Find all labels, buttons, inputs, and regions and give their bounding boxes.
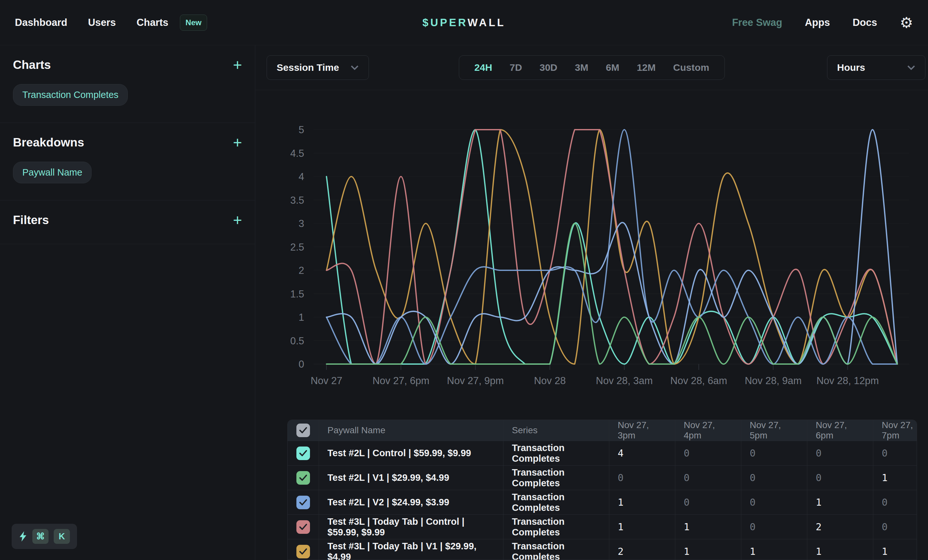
value-cell: 1: [873, 539, 917, 560]
value-cell: 1: [609, 515, 675, 539]
value-cell: 1: [741, 539, 807, 560]
range-tab-12m[interactable]: 12M: [628, 62, 664, 73]
sidebar-section-filters: Filters +: [0, 201, 255, 244]
col-header-hour: Nov 27, 4pm: [675, 420, 741, 441]
value-cell: 0: [675, 490, 741, 514]
time-range-tabs: 24H7D30D3M6M12MCustom: [459, 55, 725, 80]
unit-select[interactable]: Hours: [827, 55, 925, 80]
checkbox-cell: [288, 466, 319, 490]
paywall-name-cell: Test #3L | Today Tab | Control | $59.99,…: [319, 515, 504, 539]
x-axis-label: Nov 28, 3am: [596, 375, 653, 387]
chart-controls-row: Session Time 24H7D30D3M6M12MCustom Hours: [256, 45, 928, 90]
section-title: Filters: [13, 213, 49, 227]
line-chart: 00.511.522.533.544.55Nov 27Nov 27, 6pmNo…: [256, 97, 928, 391]
range-tab-24h[interactable]: 24H: [466, 62, 501, 73]
checkbox-cell: [288, 539, 319, 560]
range-tab-custom[interactable]: Custom: [664, 62, 718, 73]
row-checkbox[interactable]: [296, 520, 310, 534]
chevron-down-icon: [350, 65, 359, 70]
col-header-hour: Nov 27, 7pm: [873, 420, 917, 441]
value-cell: 0: [873, 441, 917, 465]
row-checkbox[interactable]: [296, 545, 310, 558]
range-tab-30d[interactable]: 30D: [531, 62, 566, 73]
checkbox-cell: [288, 490, 319, 514]
top-nav: Dashboard Users Charts New $UPERWALL Fre…: [0, 0, 928, 45]
nav-item-apps[interactable]: Apps: [805, 17, 830, 29]
row-checkbox[interactable]: [296, 496, 310, 509]
nav-item-users[interactable]: Users: [88, 17, 116, 29]
checkbox-cell: [288, 441, 319, 465]
settings-gear-icon[interactable]: ⚙: [900, 15, 913, 30]
col-header-hour: Nov 27, 3pm: [609, 420, 675, 441]
value-cell: 1: [675, 515, 741, 539]
table-row: Test #2L | V1 | $29.99, $4.99Transaction…: [288, 465, 917, 490]
paywall-name-cell: Test #2L | V2 | $24.99, $3.99: [319, 490, 504, 514]
series-cell: Transaction Completes: [504, 515, 609, 539]
x-axis-label: Nov 28, 12pm: [817, 375, 879, 387]
value-cell: 0: [609, 466, 675, 490]
nav-item-docs[interactable]: Docs: [853, 17, 877, 29]
add-filters-button[interactable]: +: [233, 215, 242, 226]
x-axis-label: Nov 28, 6am: [670, 375, 727, 387]
charts-new-badge: New: [180, 15, 207, 31]
chip-paywall-name[interactable]: Paywall Name: [13, 162, 92, 183]
value-cell: 1: [609, 490, 675, 514]
value-cell: 1: [675, 539, 741, 560]
section-title: Charts: [13, 58, 51, 72]
nav-item-free-swag[interactable]: Free Swag: [732, 17, 782, 29]
row-checkbox[interactable]: [296, 446, 310, 460]
table-row: Test #2L | Control | $59.99, $9.99Transa…: [288, 441, 917, 465]
checkmark-icon: [299, 523, 307, 531]
value-cell: 2: [609, 539, 675, 560]
select-all-checkbox[interactable]: [296, 423, 310, 437]
range-tab-6m[interactable]: 6M: [597, 62, 628, 73]
checkmark-icon: [299, 427, 307, 434]
sidebar-section-breakdowns: Breakdowns + Paywall Name: [0, 123, 255, 201]
range-tab-3m[interactable]: 3M: [566, 62, 597, 73]
checkmark-icon: [299, 450, 307, 457]
sidebar: Charts + Transaction Completes Breakdown…: [0, 45, 255, 560]
chip-transaction-completes[interactable]: Transaction Completes: [13, 84, 128, 106]
value-cell: 0: [675, 466, 741, 490]
x-axis-label: Nov 27, 6pm: [372, 375, 429, 387]
lightning-bolt-icon: [19, 531, 27, 542]
command-palette-shortcut[interactable]: ⌘ K: [12, 524, 77, 549]
col-header-hour: Nov 27, 5pm: [741, 420, 807, 441]
col-header-hour: Nov 27, 6pm: [807, 420, 873, 441]
chevron-down-icon: [907, 65, 915, 70]
y-axis-label: 0: [299, 359, 304, 370]
y-axis-label: 4: [299, 171, 304, 183]
table-header-row: Paywall NameSeriesNov 27, 3pmNov 27, 4pm…: [288, 420, 917, 441]
paywall-name-cell: Test #2L | Control | $59.99, $9.99: [319, 441, 504, 465]
add-breakdowns-button[interactable]: +: [233, 137, 242, 148]
series-cell: Transaction Completes: [504, 441, 609, 465]
sidebar-section-charts: Charts + Transaction Completes: [0, 45, 255, 123]
x-axis-label: Nov 28, 9am: [745, 375, 802, 387]
col-header-paywall-name: Paywall Name: [319, 420, 504, 441]
add-charts-button[interactable]: +: [233, 59, 242, 71]
nav-item-dashboard[interactable]: Dashboard: [15, 17, 67, 29]
value-cell: 0: [741, 515, 807, 539]
checkbox-cell: [288, 515, 319, 539]
checkmark-icon: [299, 474, 307, 481]
x-axis-label: Nov 27: [311, 375, 342, 387]
logo-rest-text: WALL: [467, 17, 505, 29]
value-cell: 0: [807, 466, 873, 490]
value-cell: 4: [609, 441, 675, 465]
range-tab-7d[interactable]: 7D: [501, 62, 531, 73]
series-cell: Transaction Completes: [504, 490, 609, 514]
value-cell: 0: [741, 441, 807, 465]
value-cell: 0: [741, 490, 807, 514]
series-cell: Transaction Completes: [504, 466, 609, 490]
metric-select[interactable]: Session Time: [267, 55, 369, 80]
row-checkbox[interactable]: [296, 471, 310, 485]
y-axis-label: 1: [299, 312, 304, 323]
paywall-name-cell: Test #2L | V1 | $29.99, $4.99: [319, 466, 504, 490]
value-cell: 1: [807, 539, 873, 560]
nav-item-charts[interactable]: Charts: [137, 17, 168, 29]
x-axis-label: Nov 27, 9pm: [447, 375, 504, 387]
value-cell: 0: [675, 441, 741, 465]
value-cell: 0: [807, 441, 873, 465]
table-row: Test #3L | Today Tab | Control | $59.99,…: [288, 514, 917, 539]
k-keycap: K: [54, 529, 70, 544]
